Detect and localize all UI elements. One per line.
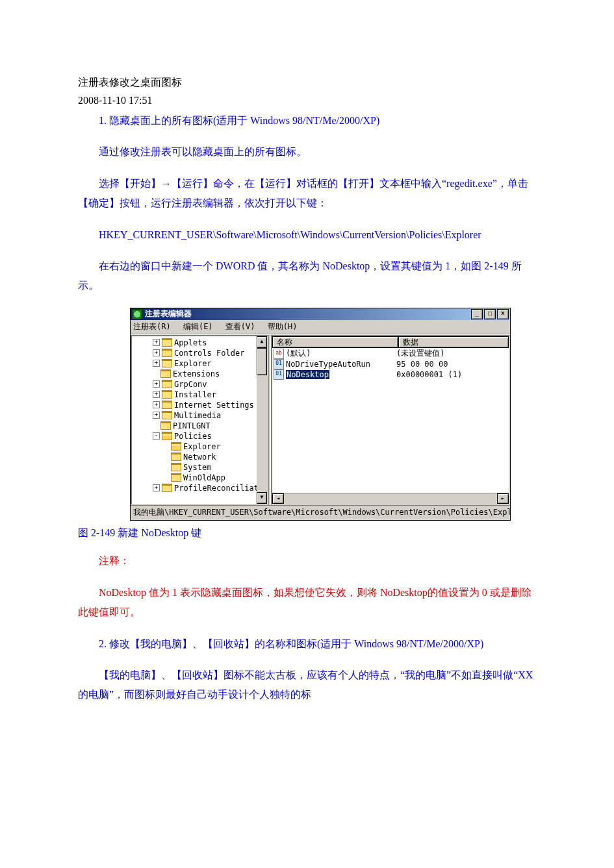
value-name: NoDriveTypeAutoRun [286, 360, 370, 369]
tree-node[interactable]: -Policies [133, 431, 267, 441]
maximize-button[interactable]: □ [484, 309, 496, 319]
window-title: 注册表编辑器 [145, 308, 471, 319]
scroll-up-button[interactable]: ▲ [257, 336, 267, 348]
window-titlebar[interactable]: 注册表编辑器 _ □ × [131, 308, 510, 320]
registry-path: HKEY_CURRENT_USER\Software\Microsoft\Win… [78, 225, 536, 245]
close-button[interactable]: × [497, 309, 509, 319]
scroll-right-button[interactable]: ► [497, 493, 509, 504]
scroll-left-button[interactable]: ◄ [272, 493, 284, 504]
tree-node-label: ProfileReconciliat [174, 483, 259, 493]
section-1-heading: 1. 隐藏桌面上的所有图标(适用于 Windows 98/NT/Me/2000/… [78, 111, 536, 130]
tree-node-label: System [183, 462, 211, 473]
tree-spacer [153, 371, 159, 377]
expand-icon[interactable]: + [153, 339, 160, 346]
expand-icon[interactable]: + [153, 401, 160, 408]
collapse-icon[interactable]: - [153, 432, 160, 440]
tree-node[interactable]: Explorer [133, 441, 267, 452]
tree-node-label: Explorer [183, 441, 221, 452]
value-row[interactable]: 01NoDesktop0x00000001 (1) [274, 369, 507, 380]
tree-node[interactable]: WinOldApp [133, 473, 267, 483]
tree-node[interactable]: +ProfileReconciliat [133, 483, 267, 493]
figure-caption: 图 2-149 新建 NoDesktop 键 [78, 525, 536, 541]
tree-node[interactable]: +Multimedia [133, 410, 267, 421]
tree-node[interactable]: +Installer [133, 390, 267, 400]
tree-node[interactable]: +Explorer [133, 358, 267, 369]
folder-icon [162, 349, 172, 357]
folder-icon [171, 442, 181, 451]
tree-node-label: Extensions [173, 369, 220, 379]
status-bar: 我的电脑\HKEY_CURRENT_USER\Software\Microsof… [131, 505, 510, 520]
tree-node-label: PINTLGNT [173, 421, 211, 431]
tree-node[interactable]: PINTLGNT [133, 421, 267, 431]
doc-title: 注册表修改之桌面图标 [78, 75, 536, 90]
folder-icon [162, 390, 172, 399]
tree-node-label: Policies [174, 431, 212, 441]
note-body: NoDesktop 值为 1 表示隐藏桌面图标，如果想使它失效，则将 NoDes… [78, 583, 536, 623]
value-data: 0x00000001 (1) [396, 370, 507, 379]
folder-icon [160, 369, 171, 378]
column-header-data[interactable]: 数据 [398, 336, 509, 348]
expand-icon[interactable]: + [153, 412, 160, 419]
menu-bar: 注册表(R) 编辑(E) 查看(V) 帮助(H) [131, 320, 510, 334]
vertical-scrollbar[interactable]: ▲▼ [257, 336, 267, 504]
tree-pane[interactable]: +Applets+Controls Folder+Explorer Extens… [131, 335, 268, 505]
tree-node[interactable]: Network [133, 452, 267, 462]
folder-icon [162, 359, 172, 367]
section-2-heading: 2. 修改【我的电脑】、【回收站】的名称和图标(适用于 Windows 98/N… [78, 634, 536, 654]
horizontal-scrollbar[interactable]: ◄ ► [272, 493, 509, 504]
binary-value-icon: 01 [274, 359, 284, 369]
tree-node-label: Internet Settings [174, 400, 254, 410]
scroll-down-button[interactable]: ▼ [257, 492, 267, 504]
menu-registry[interactable]: 注册表(R) [133, 322, 171, 331]
folder-icon [171, 453, 181, 461]
string-value-icon: ab [274, 349, 284, 359]
app-icon [132, 309, 142, 319]
value-row[interactable]: ab(默认)(未设置键值) [274, 349, 507, 359]
value-list-pane[interactable]: 名称 数据 ab(默认)(未设置键值)01NoDriveTypeAutoRun9… [271, 335, 510, 505]
binary-value-icon: 01 [274, 369, 284, 380]
note-heading: 注释： [78, 551, 536, 571]
folder-icon [162, 411, 172, 419]
tree-spacer [153, 423, 159, 428]
tree-node[interactable]: +GrpConv [133, 379, 267, 390]
tree-node-label: GrpConv [174, 379, 207, 390]
tree-node-label: Applets [174, 338, 207, 348]
tree-spacer [163, 454, 169, 460]
tree-node-label: Network [183, 452, 216, 462]
value-data: (未设置键值) [396, 348, 507, 359]
tree-node[interactable]: Extensions [133, 369, 267, 379]
tree-node-label: WinOldApp [183, 473, 225, 483]
paragraph: 通过修改注册表可以隐藏桌面上的所有图标。 [78, 142, 536, 162]
expand-icon[interactable]: + [153, 484, 160, 491]
expand-icon[interactable]: + [153, 391, 160, 398]
tree-node[interactable]: +Internet Settings [133, 400, 267, 410]
column-header-name[interactable]: 名称 [272, 336, 398, 348]
menu-help[interactable]: 帮助(H) [268, 322, 298, 331]
paragraph: 在右边的窗口中新建一个 DWORD 值，其名称为 NoDesktop，设置其键值… [78, 256, 536, 296]
tree-node-label: Multimedia [174, 410, 221, 421]
folder-icon [162, 338, 172, 347]
expand-icon[interactable]: + [153, 360, 160, 367]
menu-edit[interactable]: 编辑(E) [183, 322, 213, 331]
value-name: NoDesktop [286, 370, 329, 379]
minimize-button[interactable]: _ [471, 309, 483, 319]
paragraph: 选择【开始】→【运行】命令，在【运行】对话框的【打开】文本框中输入“regedi… [78, 174, 536, 214]
folder-icon [162, 484, 172, 492]
folder-icon [160, 421, 171, 430]
folder-icon [162, 432, 172, 440]
scroll-thumb[interactable] [257, 348, 267, 375]
value-name: (默认) [286, 349, 311, 358]
tree-node[interactable]: +Applets [133, 338, 267, 348]
expand-icon[interactable]: + [153, 380, 160, 388]
folder-icon [162, 380, 172, 388]
tree-node[interactable]: System [133, 462, 267, 473]
paragraph: 【我的电脑】、【回收站】图标不能太古板，应该有个人的特点，“我的电脑”不如直接叫… [78, 665, 536, 705]
value-row[interactable]: 01NoDriveTypeAutoRun95 00 00 00 [274, 359, 507, 369]
expand-icon[interactable]: + [153, 349, 160, 356]
tree-spacer [163, 464, 169, 470]
doc-timestamp: 2008-11-10 17:51 [78, 93, 536, 108]
tree-spacer [163, 443, 169, 449]
tree-node[interactable]: +Controls Folder [133, 348, 267, 358]
menu-view[interactable]: 查看(V) [225, 322, 255, 331]
value-data: 95 00 00 00 [396, 360, 507, 369]
